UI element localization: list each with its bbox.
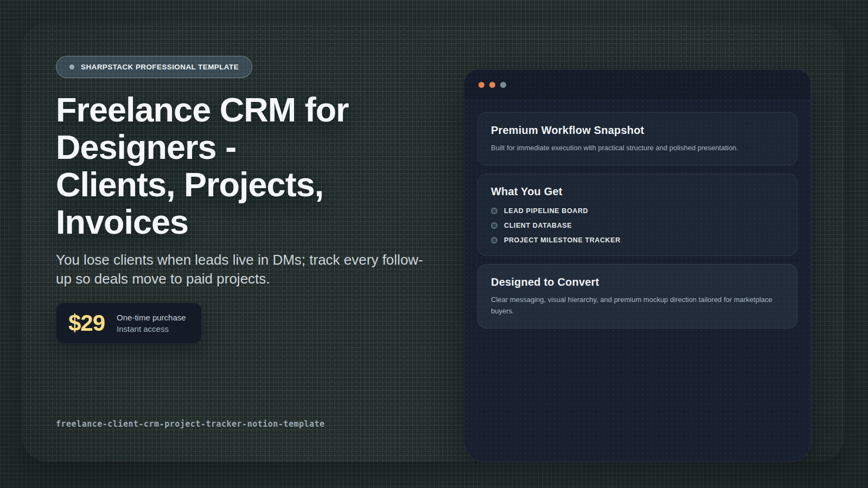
title-line: Invoices [56, 203, 425, 241]
window-header [464, 70, 810, 100]
card-description: Built for immediate execution with pract… [491, 142, 784, 153]
browser-mockup-window: Premium Workflow Snapshot Built for imme… [464, 69, 811, 462]
price-details: One-time purchase Instant access [117, 312, 186, 334]
page-title: Freelance CRM for Designers - Clients, P… [56, 91, 425, 241]
info-card-what-you-get: What You Get LEAD PIPELINE BOARD CLIENT … [477, 174, 797, 256]
price-card: $29 One-time purchase Instant access [56, 303, 202, 344]
badge-label: SHARPSTACK PROFESSIONAL TEMPLATE [81, 63, 239, 71]
card-title: Premium Workflow Snapshot [491, 124, 784, 137]
list-item: PROJECT MILESTONE TRACKER [491, 236, 784, 244]
bullet-icon [491, 222, 497, 229]
product-slug: freelance-client-crm-project-tracker-not… [56, 419, 325, 429]
card-title: What You Get [491, 185, 784, 198]
window-dot-icon [489, 82, 495, 88]
template-badge: SHARPSTACK PROFESSIONAL TEMPLATE [56, 56, 252, 78]
page-subtitle: You lose clients when leads live in DMs;… [56, 251, 430, 288]
title-line: Designers - [56, 129, 425, 166]
badge-dot-icon [69, 65, 74, 69]
price-detail-line-1: One-time purchase [117, 312, 186, 323]
list-item: CLIENT DATABASE [491, 222, 784, 229]
window-dot-icon [500, 82, 506, 88]
page-background: { "hero": { "badge": { "label": "SHARPST… [0, 0, 868, 488]
window-body: Premium Workflow Snapshot Built for imme… [464, 100, 810, 341]
title-line: Freelance CRM for [56, 91, 425, 129]
window-dot-icon [478, 82, 484, 88]
price-detail-line-2: Instant access [117, 324, 186, 334]
feature-list: LEAD PIPELINE BOARD CLIENT DATABASE PROJ… [491, 207, 784, 244]
price-amount: $29 [68, 310, 105, 336]
list-item-label: PROJECT MILESTONE TRACKER [504, 236, 621, 244]
card-description: Clear messaging, visual hierarchy, and p… [491, 294, 784, 317]
title-line: Clients, Projects, [56, 166, 425, 203]
list-item-label: CLIENT DATABASE [504, 222, 572, 229]
bullet-icon [491, 208, 497, 214]
info-card-premium-snapshot: Premium Workflow Snapshot Built for imme… [477, 112, 797, 165]
card-title: Designed to Convert [491, 276, 784, 288]
list-item: LEAD PIPELINE BOARD [491, 207, 784, 215]
list-item-label: LEAD PIPELINE BOARD [504, 207, 588, 215]
bullet-icon [491, 237, 497, 243]
hero-card: SHARPSTACK PROFESSIONAL TEMPLATE Freelan… [22, 23, 845, 462]
info-card-designed-to-convert: Designed to Convert Clear messaging, vis… [477, 264, 797, 329]
